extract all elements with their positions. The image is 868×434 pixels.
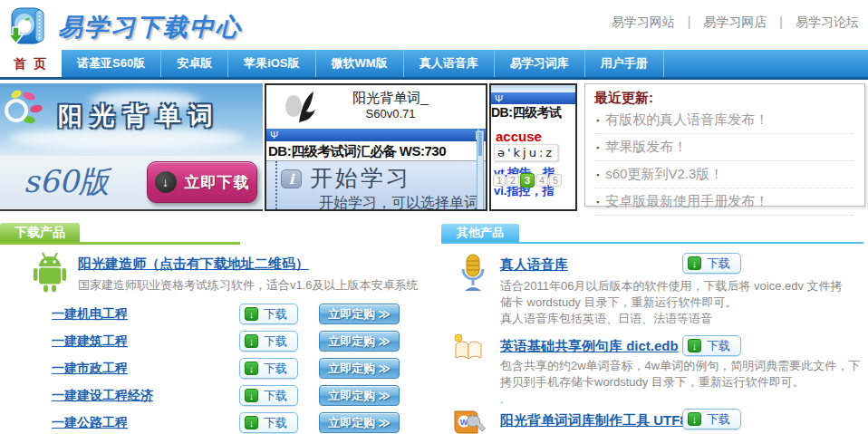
scrollbar[interactable] [477, 130, 484, 210]
page-number[interactable]: 4 [535, 174, 548, 187]
download-button[interactable]: ↓ 下载 [239, 358, 298, 379]
header-link-forum[interactable]: 易学习论坛 [796, 14, 859, 29]
download-arrow-icon: ↓ [155, 171, 177, 193]
product-link[interactable]: 一建机电工程 [52, 306, 128, 323]
order-now-button[interactable]: 立即定购 ≫ [319, 412, 400, 433]
page-number[interactable]: 5 [549, 174, 562, 187]
download-button[interactable]: ↓ 下载 [239, 331, 298, 352]
product-link[interactable]: 一建建筑工程 [52, 333, 128, 350]
chevron-right-icon: ≫ [378, 307, 391, 321]
nav-item-dict[interactable]: 易学习词库 [495, 50, 585, 77]
update-item[interactable]: ▪ 有版权的真人语音库发布！ [594, 107, 854, 134]
app-title-area: 阳光背单词_ S60v0.71 [266, 85, 486, 129]
product-description: 包含共享的约2w单词音标，4w单词的例句，简明词典需要此文件，下 [500, 358, 860, 374]
book-icon [451, 333, 486, 365]
chevron-right-icon: ≫ [378, 416, 391, 429]
banner-title: 阳光背单词 [58, 100, 221, 132]
other-product-link[interactable]: 真人语音库 [500, 256, 568, 274]
featured-product-link[interactable]: 阳光建造师（点击有下载地址二维码） [78, 256, 309, 273]
update-item[interactable]: ▪ 安卓版最新使用手册发布！ [594, 188, 854, 216]
featured-product-description: 国家建造师职业资格考试练习软件，适合v1.6及以上版本安卓系统 [78, 277, 419, 294]
app-name: 阳光背单词_ [323, 90, 458, 107]
download-button[interactable]: ↓ 下载 [239, 412, 298, 433]
chevron-right-icon: ≫ [378, 389, 391, 402]
download-arrow-icon: ↓ [245, 307, 258, 321]
update-text: 有版权的真人语音库发布！ [605, 111, 768, 129]
update-item[interactable]: ▪ 苹果版发布！ [594, 134, 854, 161]
menu-divider [275, 161, 277, 211]
nav-item-manual[interactable]: 用户手册 [585, 50, 664, 77]
site-logo[interactable]: 易学习下载中心 [5, 4, 242, 51]
product-description: . [500, 392, 504, 406]
backpack-logo-icon [5, 4, 53, 51]
header-links: 易学习网站|易学习网店|易学习论坛 [612, 14, 859, 31]
download-button[interactable]: ↓ 下载 [682, 409, 741, 429]
chevron-right-icon: ≫ [378, 362, 391, 375]
link-separator: | [779, 14, 783, 29]
status-bar: Ψ [491, 92, 575, 104]
screenshot-word-view: Ψ DB:四级考试 accuse ə'kju:z vt.控告，指 vi.指控，指… [489, 83, 577, 211]
section-rule-blue [441, 242, 863, 244]
nav-item-ios[interactable]: 苹果iOS版 [228, 50, 315, 77]
order-label: 立即定购 [328, 361, 375, 377]
product-row: 一建市政工程 ↓ 下载 立即定购 ≫ [0, 358, 435, 381]
page-number[interactable]: 2 [506, 174, 519, 187]
antenna-icon: Ψ [270, 129, 278, 141]
product-link[interactable]: 一建市政工程 [52, 361, 128, 377]
menu-area: i 开始学习 开始学习，可以选择单词 [266, 160, 486, 211]
bullet-icon: ▪ [596, 170, 599, 179]
promo-banner[interactable]: 阳光背单词 s60版 ↓ 立即下载 [0, 83, 263, 211]
order-now-button[interactable]: 立即定购 ≫ [319, 331, 400, 352]
header-link-shop[interactable]: 易学习网店 [703, 14, 767, 29]
nav-item-s60[interactable]: 诺基亚S60版 [62, 50, 161, 77]
update-item[interactable]: ▪ s60更新到V2.3版！ [594, 161, 854, 188]
nav-item-android[interactable]: 安卓版 [161, 50, 228, 77]
other-product-link[interactable]: 英语基础共享例句库 dict.edb [500, 338, 679, 355]
banner-bottom: s60版 ↓ 立即下载 [0, 156, 263, 211]
header-link-website[interactable]: 易学习网站 [612, 14, 675, 29]
download-button[interactable]: ↓ 下载 [682, 253, 741, 274]
recent-updates-panel: 最近更新: ▪ 有版权的真人语音库发布！ ▪ 苹果版发布！ ▪ s60更新到V2… [584, 83, 865, 207]
banner-edition: s60版 [24, 161, 110, 203]
product-description: 真人语音库包括英语、日语、法语等语音 [500, 311, 712, 327]
order-now-button[interactable]: 立即定购 ≫ [319, 304, 400, 324]
page-number[interactable]: 1 [493, 174, 506, 187]
page: 易学习下载中心 易学习网站|易学习网店|易学习论坛 首 页 诺基亚S60版 安卓… [0, 0, 868, 434]
nav-item-wm[interactable]: 微软WM版 [316, 50, 404, 77]
microphone-icon [458, 253, 488, 296]
nav-item-home[interactable]: 首 页 [0, 50, 62, 77]
download-button[interactable]: ↓ 下载 [239, 385, 298, 406]
link-separator: | [688, 14, 691, 29]
other-product-link[interactable]: 阳光背单词词库制作工具 UTF8 [500, 412, 688, 429]
order-now-button[interactable]: 立即定购 ≫ [319, 358, 400, 379]
android-icon [31, 251, 69, 296]
update-text: 安卓版最新使用手册发布！ [605, 193, 768, 210]
banner-flower-icon [2, 89, 49, 134]
product-link[interactable]: 一建公路工程 [52, 415, 128, 431]
antenna-icon: Ψ [495, 92, 503, 105]
product-link[interactable]: 一建建设工程经济 [52, 388, 153, 404]
bullet-icon: ▪ [596, 143, 599, 152]
section-tab-download-products: 下载产品 [0, 223, 80, 242]
app-version: S60v0.71 [323, 107, 458, 121]
banner-download-button[interactable]: ↓ 立即下载 [147, 161, 257, 203]
order-label: 立即定购 [328, 415, 375, 431]
chevron-right-icon: ≫ [378, 334, 391, 348]
download-button[interactable]: ↓ 下载 [239, 304, 298, 324]
nav-item-voice[interactable]: 真人语音库 [404, 50, 495, 77]
page-number-active[interactable]: 3 [520, 173, 535, 188]
bullet-icon: ▪ [596, 116, 599, 125]
content: 下载产品 阳光建造师（点击有下载地址二维码） 国家建造师职业资格考试 [0, 222, 868, 434]
screenshot-main-menu: 阳光背单词_ S60v0.71 Ψ DB:四级考试词汇必备 WS:730 i 开… [265, 83, 487, 211]
download-arrow-icon: ↓ [245, 334, 258, 348]
order-now-button[interactable]: 立即定购 ≫ [319, 385, 400, 406]
product-row: 一建公路工程 ↓ 下载 立即定购 ≫ [0, 412, 435, 434]
db-info-line: DB:四级考试词汇必备 WS:730 [266, 141, 486, 160]
update-text: 苹果版发布！ [605, 139, 687, 156]
app-logo-icon [281, 88, 323, 130]
product-description: 储卡 wordstudy 目录下，重新运行软件即可。 [500, 294, 737, 311]
product-row: 一建机电工程 ↓ 下载 立即定购 ≫ [0, 304, 435, 327]
download-arrow-icon: ↓ [688, 339, 701, 352]
section-rule-green [0, 242, 240, 245]
download-button[interactable]: ↓ 下载 [682, 335, 741, 356]
